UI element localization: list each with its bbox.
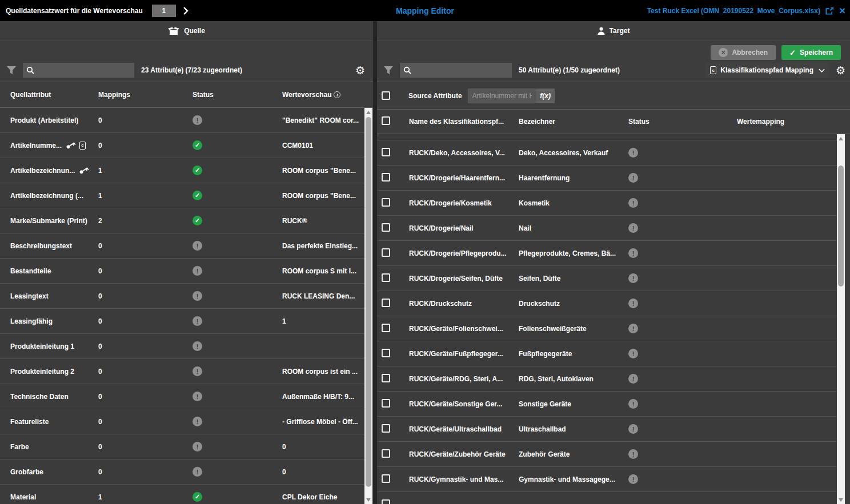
filter-icon[interactable] — [384, 66, 393, 74]
source-search — [23, 63, 134, 78]
status-cell: ! — [628, 248, 737, 258]
row-checkbox[interactable] — [382, 349, 390, 357]
scroll-up-icon[interactable] — [364, 108, 372, 116]
source-attribute-name: Leasingfähig — [10, 317, 53, 325]
function-icon[interactable]: f(x) — [536, 88, 555, 103]
column-status[interactable]: Status — [193, 91, 282, 99]
select-all-checkbox[interactable] — [382, 91, 390, 100]
target-scrollbar[interactable] — [837, 134, 845, 504]
target-search-input[interactable] — [400, 63, 512, 78]
table-row[interactable]: Technische Daten0!Außenmaße H/B/T: 9... — [0, 384, 364, 409]
target-settings-icon[interactable]: ⚙ — [836, 65, 845, 76]
source-attribute-cell: Produkt (Arbeitstitel) — [10, 116, 98, 124]
status-warning-icon: ! — [193, 115, 202, 125]
status-cell: ! — [628, 474, 737, 484]
table-row[interactable]: Produkt (Arbeitstitel)0!"Benedikt" ROOM … — [0, 108, 364, 133]
source-search-input[interactable] — [23, 63, 134, 78]
row-checkbox[interactable] — [382, 324, 390, 332]
source-settings-icon[interactable]: ⚙ — [355, 65, 365, 76]
status-warning-icon: ! — [628, 324, 638, 333]
cancel-button[interactable]: × Abbrechen — [711, 45, 776, 60]
scrollbar-thumb[interactable] — [366, 117, 371, 487]
scroll-up-icon[interactable] — [837, 134, 845, 143]
row-checkbox[interactable] — [382, 273, 390, 282]
open-external-icon[interactable] — [825, 7, 834, 15]
table-row[interactable]: RUCK/Drogerie/Pflegeprodu...Pflegeproduk… — [377, 241, 837, 266]
record-number-input[interactable] — [152, 5, 176, 17]
column-klassifikationspfad[interactable]: Name des Klassifikationspf... — [409, 118, 519, 126]
table-row[interactable]: Marke/Submarke (Print)2✓RUCK® — [0, 208, 364, 233]
status-warning-icon: ! — [628, 474, 638, 484]
row-checkbox[interactable] — [382, 424, 390, 433]
row-checkbox[interactable] — [382, 248, 390, 257]
row-checkbox[interactable] — [382, 374, 390, 382]
table-row[interactable]: Produkteinleitung 20!ROOM corpus ist ein… — [0, 359, 364, 384]
row-checkbox[interactable] — [382, 474, 390, 483]
status-cell: ! — [628, 324, 737, 333]
table-row[interactable]: Featureliste0!- Grifflose Möbel - Öff... — [0, 409, 364, 434]
table-row[interactable]: Material1✓CPL Dekor Eiche — [0, 485, 364, 504]
table-row[interactable]: Leasingtext0!RUCK LEASING Den... — [0, 284, 364, 309]
filter-icon[interactable] — [7, 66, 16, 74]
status-cell: ✓ — [193, 166, 282, 175]
table-row[interactable]: RUCK/Drogerie/Seifen, DüfteSeifen, Düfte… — [377, 266, 837, 291]
table-row[interactable]: RUCK/Geräte/UltraschallbadUltraschallbad… — [377, 417, 837, 442]
table-row[interactable]: RUCK/Deko, Accessoires, V...Deko, Access… — [377, 140, 837, 166]
table-row[interactable] — [377, 492, 837, 504]
table-row[interactable]: RUCK/Gymnastik- und Mas...Gymnastik- und… — [377, 467, 837, 492]
value-preview: CCM0101 — [282, 142, 364, 150]
row-checkbox[interactable] — [382, 399, 390, 408]
table-row[interactable]: Beschreibungstext0!Das perfekte Einstieg… — [0, 233, 364, 259]
source-attribute-name: Marke/Submarke (Print) — [10, 217, 87, 225]
save-button[interactable]: ✓ Speichern — [781, 45, 841, 60]
row-checkbox[interactable] — [382, 148, 390, 156]
table-row[interactable]: Leasingfähig0!1 — [0, 309, 364, 334]
column-status[interactable]: Status — [628, 118, 737, 126]
next-record-icon[interactable] — [183, 7, 189, 15]
source-attribute-input[interactable] — [468, 88, 536, 103]
column-quellattribut[interactable]: Quellattribut — [10, 91, 98, 99]
table-row[interactable]: RUCK/Drogerie/Haarentfern...Haarentfernu… — [377, 166, 837, 191]
info-icon[interactable]: i — [334, 91, 340, 98]
source-attribute-cell: Farbe — [10, 443, 98, 451]
table-row[interactable]: Grobfarbe0!0 — [0, 459, 364, 485]
bezeichner: Zubehör Geräte — [519, 450, 628, 458]
table-row[interactable]: RUCK/Geräte/Zubehör GeräteZubehör Geräte… — [377, 442, 837, 467]
column-mappings[interactable]: Mappings — [98, 91, 193, 99]
table-row[interactable]: Bestandteile0!ROOM corpus S mit I... — [0, 259, 364, 284]
table-row[interactable]: RUCK/Geräte/Sonstige Ger...Sonstige Gerä… — [377, 392, 837, 417]
status-warning-icon: ! — [193, 316, 202, 326]
table-row[interactable]: Artikelbezeichnung (...1✓ROOM corpus "Be… — [0, 183, 364, 208]
source-toolbar: 23 Attribut(e) (7/23 zugeordnet) ⚙ — [0, 41, 373, 82]
table-row[interactable]: RUCK/DruckschutzDruckschutz! — [377, 291, 837, 316]
status-cell: ! — [628, 273, 737, 283]
status-warning-icon: ! — [628, 148, 638, 158]
table-row[interactable]: RUCK/Geräte/Folienschwei...Folienschweiß… — [377, 316, 837, 341]
scroll-down-icon[interactable] — [837, 495, 845, 504]
row-checkbox[interactable] — [382, 198, 390, 207]
row-checkbox[interactable] — [382, 449, 390, 458]
row-checkbox[interactable] — [382, 173, 390, 182]
table-row[interactable]: RUCK/Geräte/RDG, Steri, A...RDG, Steri, … — [377, 366, 837, 392]
table-row[interactable]: RUCK/Drogerie/NailNail! — [377, 216, 837, 241]
source-attribute-cell: Produkteinleitung 1 — [10, 342, 98, 350]
scrollbar-thumb[interactable] — [838, 166, 844, 287]
source-scrollbar[interactable] — [364, 108, 372, 504]
table-row[interactable]: Farbe0!0 — [0, 434, 364, 459]
table-row[interactable]: Artikelnumme...c0✓CCM0101 — [0, 133, 364, 158]
table-row[interactable]: Produkteinleitung 10! — [0, 334, 364, 359]
file-link[interactable]: Test Ruck Excel (OMN_20190522_Move_Corpu… — [647, 7, 820, 15]
mapping-type-select[interactable]: c Klassifikationspfad Mapping — [705, 63, 829, 78]
table-row[interactable]: RUCK/Geräte/Fußpflegeger...Fußpflegegerä… — [377, 341, 837, 366]
row-checkbox[interactable] — [382, 299, 390, 307]
header-checkbox[interactable] — [382, 116, 390, 125]
table-row[interactable]: Artikelbezeichnun...1✓ROOM corpus "Bene.… — [0, 158, 364, 183]
scroll-down-icon[interactable] — [364, 495, 372, 504]
table-row[interactable]: RUCK/Drogerie/KosmetikKosmetik! — [377, 191, 837, 216]
row-checkbox[interactable] — [382, 499, 390, 504]
column-wertevorschau[interactable]: Wertevorschau i — [282, 91, 373, 99]
close-icon[interactable]: × — [839, 7, 845, 15]
column-wertemapping[interactable]: Wertemapping — [737, 118, 850, 126]
row-checkbox[interactable] — [382, 223, 390, 232]
column-bezeichner[interactable]: Bezeichner — [519, 118, 628, 126]
